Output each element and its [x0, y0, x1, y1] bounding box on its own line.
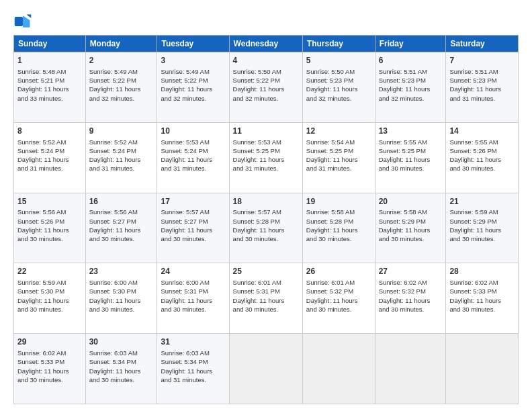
sunrise: Sunrise: 6:00 AM [89, 279, 138, 286]
calendar-cell: 27Sunrise: 6:02 AMSunset: 5:32 PMDayligh… [375, 263, 446, 334]
sunrise: Sunrise: 5:50 AM [233, 68, 281, 75]
daylight1: Daylight: 11 hours [233, 156, 285, 163]
day-number: 26 [306, 266, 371, 277]
calendar-cell: 24Sunrise: 6:00 AMSunset: 5:31 PMDayligh… [157, 263, 229, 334]
daylight1: Daylight: 11 hours [89, 85, 141, 93]
sunrise: Sunrise: 5:49 AM [161, 68, 209, 75]
sunset: Sunset: 5:22 PM [233, 77, 280, 84]
daylight2: and 30 minutes. [449, 235, 495, 242]
sunrise: Sunrise: 5:52 AM [89, 138, 138, 146]
header-cell-monday: Monday [85, 36, 157, 52]
calendar-cell: 23Sunrise: 6:00 AMSunset: 5:30 PMDayligh… [85, 263, 157, 334]
calendar-cell: 18Sunrise: 5:57 AMSunset: 5:28 PMDayligh… [229, 193, 302, 263]
daylight1: Daylight: 11 hours [449, 226, 501, 234]
calendar-cell [229, 334, 302, 404]
daylight2: and 30 minutes. [233, 306, 279, 313]
sunrise: Sunrise: 5:59 AM [449, 208, 498, 216]
sunset: Sunset: 5:30 PM [89, 287, 136, 295]
sunset: Sunset: 5:31 PM [161, 287, 208, 295]
daylight1: Daylight: 11 hours [233, 226, 285, 234]
calendar-cell: 20Sunrise: 5:58 AMSunset: 5:29 PMDayligh… [375, 193, 446, 263]
sunset: Sunset: 5:34 PM [161, 358, 208, 365]
calendar-cell: 14Sunrise: 5:55 AMSunset: 5:26 PMDayligh… [446, 122, 519, 193]
day-number: 7 [449, 55, 515, 66]
calendar-cell: 10Sunrise: 5:53 AMSunset: 5:24 PMDayligh… [157, 122, 229, 193]
sunrise: Sunrise: 5:57 AM [233, 208, 281, 216]
sunset: Sunset: 5:22 PM [89, 77, 136, 84]
daylight1: Daylight: 11 hours [449, 297, 501, 304]
sunrise: Sunrise: 5:53 AM [233, 138, 281, 146]
daylight2: and 30 minutes. [449, 165, 495, 172]
daylight1: Daylight: 11 hours [379, 297, 431, 304]
calendar-cell: 7Sunrise: 5:51 AMSunset: 5:23 PMDaylight… [446, 52, 519, 123]
calendar-cell: 19Sunrise: 5:58 AMSunset: 5:28 PMDayligh… [302, 193, 375, 263]
sunset: Sunset: 5:24 PM [17, 147, 64, 154]
sunset: Sunset: 5:28 PM [233, 218, 280, 225]
sunset: Sunset: 5:25 PM [306, 147, 353, 154]
sunrise: Sunrise: 5:58 AM [379, 208, 427, 216]
header-cell-sunday: Sunday [14, 36, 86, 52]
day-number: 18 [233, 196, 299, 208]
header-cell-thursday: Thursday [302, 36, 375, 52]
sunrise: Sunrise: 6:00 AM [161, 279, 209, 286]
daylight2: and 30 minutes. [17, 376, 63, 383]
sunset: Sunset: 5:31 PM [233, 287, 280, 295]
daylight1: Daylight: 11 hours [379, 156, 431, 163]
calendar-cell: 26Sunrise: 6:01 AMSunset: 5:32 PMDayligh… [302, 263, 375, 334]
day-number: 29 [17, 336, 82, 348]
day-number: 31 [161, 336, 225, 348]
daylight2: and 31 minutes. [306, 165, 352, 172]
calendar-cell: 30Sunrise: 6:03 AMSunset: 5:34 PMDayligh… [85, 334, 157, 404]
daylight1: Daylight: 11 hours [89, 367, 141, 375]
daylight2: and 30 minutes. [17, 306, 63, 313]
sunset: Sunset: 5:24 PM [161, 147, 208, 154]
day-number: 14 [449, 126, 515, 137]
calendar-cell: 16Sunrise: 5:56 AMSunset: 5:27 PMDayligh… [85, 193, 157, 263]
daylight1: Daylight: 11 hours [17, 297, 69, 304]
sunrise: Sunrise: 5:56 AM [89, 208, 138, 216]
logo [13, 12, 35, 31]
daylight1: Daylight: 11 hours [17, 85, 69, 93]
daylight1: Daylight: 11 hours [161, 156, 212, 163]
daylight2: and 31 minutes. [161, 165, 206, 172]
logo-icon [13, 12, 32, 31]
sunrise: Sunrise: 6:02 AM [449, 279, 498, 286]
day-number: 27 [379, 266, 443, 277]
sunset: Sunset: 5:23 PM [449, 77, 496, 84]
daylight2: and 30 minutes. [379, 235, 425, 242]
sunrise: Sunrise: 6:02 AM [379, 279, 427, 286]
daylight2: and 30 minutes. [449, 306, 495, 313]
daylight1: Daylight: 11 hours [306, 226, 358, 234]
sunrise: Sunrise: 6:01 AM [306, 279, 355, 286]
sunset: Sunset: 5:22 PM [161, 77, 208, 84]
sunset: Sunset: 5:27 PM [89, 218, 136, 225]
calendar-body: 1Sunrise: 5:48 AMSunset: 5:21 PMDaylight… [14, 52, 519, 404]
day-number: 4 [233, 55, 299, 66]
daylight1: Daylight: 11 hours [17, 156, 69, 163]
day-number: 9 [89, 126, 154, 137]
sunset: Sunset: 5:29 PM [379, 218, 426, 225]
daylight2: and 32 minutes. [379, 95, 425, 102]
daylight2: and 31 minutes. [89, 165, 135, 172]
page: SundayMondayTuesdayWednesdayThursdayFrid… [0, 0, 532, 411]
day-number: 15 [17, 196, 82, 208]
daylight2: and 30 minutes. [379, 165, 425, 172]
sunrise: Sunrise: 5:57 AM [161, 208, 209, 216]
sunset: Sunset: 5:32 PM [306, 287, 353, 295]
day-number: 13 [379, 126, 443, 137]
sunset: Sunset: 5:21 PM [17, 77, 64, 84]
daylight1: Daylight: 11 hours [161, 226, 212, 234]
svg-marker-2 [26, 15, 31, 18]
daylight1: Daylight: 11 hours [449, 156, 501, 163]
calendar-cell: 3Sunrise: 5:49 AMSunset: 5:22 PMDaylight… [157, 52, 229, 123]
header-cell-wednesday: Wednesday [229, 36, 302, 52]
day-number: 8 [17, 126, 82, 137]
sunrise: Sunrise: 5:49 AM [89, 68, 138, 75]
week-row-0: 1Sunrise: 5:48 AMSunset: 5:21 PMDaylight… [14, 52, 519, 123]
daylight1: Daylight: 11 hours [379, 85, 431, 93]
calendar-cell [375, 334, 446, 404]
daylight2: and 31 minutes. [17, 165, 63, 172]
week-row-2: 15Sunrise: 5:56 AMSunset: 5:26 PMDayligh… [14, 193, 519, 263]
sunset: Sunset: 5:30 PM [17, 287, 64, 295]
sunrise: Sunrise: 6:02 AM [17, 349, 66, 357]
